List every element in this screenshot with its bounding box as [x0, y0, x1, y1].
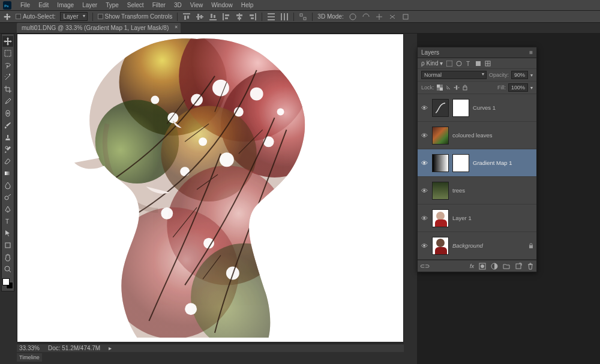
brush-tool[interactable] [2, 120, 13, 131]
layer-thumb[interactable] [432, 237, 449, 255]
lock-all-icon[interactable] [462, 85, 468, 91]
filter-type-icon[interactable]: T [466, 61, 472, 67]
align-top-icon[interactable] [182, 13, 191, 21]
delete-layer-icon[interactable] [527, 263, 534, 270]
menu-image[interactable]: Image [53, 1, 77, 10]
layer-row[interactable]: 👁 Curves 1 [418, 94, 536, 122]
mask-thumb[interactable] [452, 99, 469, 117]
color-swatches[interactable] [2, 278, 13, 289]
visibility-icon[interactable]: 👁 [420, 160, 428, 167]
filter-shape-icon[interactable] [475, 61, 481, 67]
eraser-tool[interactable] [2, 156, 13, 167]
zoom-tool[interactable] [2, 264, 13, 275]
layer-name[interactable]: Gradient Map 1 [473, 160, 512, 166]
new-adjustment-icon[interactable] [491, 263, 498, 270]
gradient-tool[interactable] [2, 168, 13, 179]
layers-panel-title[interactable]: Layers [421, 49, 439, 56]
visibility-icon[interactable]: 👁 [420, 104, 428, 112]
layer-row[interactable]: 👁 Gradient Map 1 [418, 149, 536, 177]
link-layers-icon[interactable]: ⊂⊃ [420, 263, 430, 269]
auto-select-checkbox[interactable]: Auto-Select: [16, 13, 55, 20]
align-hcenter-icon[interactable] [235, 13, 244, 21]
new-layer-icon[interactable] [515, 263, 522, 270]
blend-mode-dropdown[interactable]: Normal [421, 71, 487, 79]
layer-row[interactable]: 👁 Background [418, 232, 536, 260]
align-bottom-icon[interactable] [209, 13, 217, 21]
marquee-tool[interactable] [2, 48, 13, 59]
foreground-color[interactable] [2, 278, 10, 285]
document-canvas[interactable] [17, 34, 404, 342]
layer-row[interactable]: 👁 Layer 1 [418, 204, 536, 232]
visibility-icon[interactable]: 👁 [420, 242, 428, 249]
dodge-tool[interactable] [2, 192, 13, 203]
menu-help[interactable]: Help [238, 1, 257, 10]
eyedropper-tool[interactable] [2, 96, 13, 107]
close-tab-icon[interactable]: × [175, 24, 178, 30]
align-right-icon[interactable] [248, 13, 257, 21]
timeline-tab[interactable]: Timeline [17, 353, 42, 362]
show-transform-checkbox[interactable]: Show Transform Controls [98, 13, 173, 20]
clone-stamp-tool[interactable] [2, 132, 13, 143]
layer-thumb[interactable] [432, 127, 449, 145]
blur-tool[interactable] [2, 180, 13, 191]
menu-type[interactable]: Type [102, 1, 122, 10]
layer-filter-kind[interactable]: ρ Kind ▾ [421, 60, 443, 67]
layer-thumb[interactable] [432, 209, 449, 227]
pen-tool[interactable] [2, 204, 13, 215]
layer-name[interactable]: trees [452, 187, 465, 194]
menu-window[interactable]: Window [208, 1, 236, 10]
menu-edit[interactable]: Edit [35, 1, 52, 10]
filter-pixel-icon[interactable] [446, 61, 452, 67]
visibility-icon[interactable]: 👁 [420, 132, 428, 139]
lock-position-icon[interactable] [454, 85, 460, 91]
opacity-field[interactable]: 90% [511, 71, 528, 79]
type-tool[interactable]: T [2, 216, 13, 227]
menu-filter[interactable]: Filter [149, 1, 169, 10]
visibility-icon[interactable]: 👁 [420, 215, 428, 222]
layer-fx-icon[interactable]: fx [470, 263, 474, 269]
status-caret-icon[interactable]: ▸ [109, 345, 112, 351]
layer-row[interactable]: 👁 coloured leaves [418, 122, 536, 149]
lasso-tool[interactable] [2, 60, 13, 71]
add-mask-icon[interactable] [479, 263, 486, 270]
filter-smart-icon[interactable] [485, 61, 491, 67]
3d-roll-icon[interactable] [362, 13, 370, 21]
distribute-h-icon[interactable] [280, 13, 289, 21]
lock-transparency-icon[interactable] [437, 85, 443, 91]
fill-field[interactable]: 100% [508, 83, 528, 92]
distribute-icon[interactable] [267, 13, 275, 21]
layer-name[interactable]: coloured leaves [452, 132, 493, 139]
menu-file[interactable]: File [17, 1, 34, 10]
move-tool[interactable] [2, 36, 13, 47]
zoom-level[interactable]: 33.33% [19, 345, 40, 351]
new-group-icon[interactable] [503, 263, 510, 270]
layer-name[interactable]: Layer 1 [452, 215, 472, 221]
3d-slide-icon[interactable] [388, 13, 397, 21]
hand-tool[interactable] [2, 252, 13, 263]
crop-tool[interactable] [2, 84, 13, 95]
align-vcenter-icon[interactable] [196, 13, 204, 21]
3d-orbit-icon[interactable] [349, 13, 357, 21]
align-left-icon[interactable] [222, 13, 230, 21]
fill-caret-icon[interactable]: ▾ [530, 85, 533, 91]
visibility-icon[interactable]: 👁 [420, 187, 428, 194]
adjustment-thumb[interactable] [432, 154, 449, 172]
layer-row[interactable]: 👁 trees [418, 177, 536, 204]
lock-pixels-icon[interactable] [445, 85, 451, 91]
panel-menu-icon[interactable]: ≡ [529, 49, 533, 56]
menu-layer[interactable]: Layer [79, 1, 101, 10]
document-tab[interactable]: multi01.DNG @ 33.3% (Gradient Map 1, Lay… [17, 23, 181, 33]
3d-pan-icon[interactable] [375, 13, 383, 21]
layer-name[interactable]: Background [452, 242, 483, 249]
auto-select-dropdown[interactable]: Layer [60, 12, 87, 21]
mask-thumb[interactable] [452, 154, 469, 172]
filter-adjust-icon[interactable] [456, 61, 462, 67]
path-select-tool[interactable] [2, 228, 13, 239]
history-brush-tool[interactable] [2, 144, 13, 155]
menu-view[interactable]: View [187, 1, 207, 10]
menu-3d[interactable]: 3D [170, 1, 185, 10]
layer-name[interactable]: Curves 1 [473, 104, 496, 111]
3d-scale-icon[interactable] [401, 13, 410, 21]
healing-tool[interactable] [2, 108, 13, 119]
layer-thumb[interactable] [432, 182, 449, 200]
